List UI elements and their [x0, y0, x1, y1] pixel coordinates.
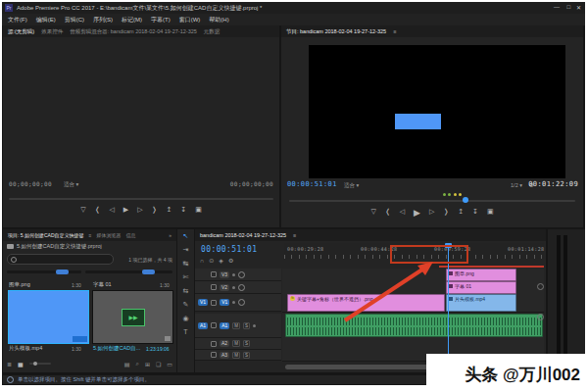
add-marker-icon[interactable]: ▽ [80, 206, 85, 214]
bin-icon[interactable]: ▤ [124, 361, 130, 368]
tab-audio-clip-mixer[interactable]: 音频剪辑混合器: bandicam 2018-02-04 19-27-12-32… [70, 28, 197, 35]
track-badge-a2[interactable]: A2 [220, 340, 229, 347]
menu-marker[interactable]: 标记(M) [122, 16, 142, 24]
panel-menu-icon[interactable]: ≡ [393, 28, 396, 34]
track-badge-a1[interactable]: A1 [220, 322, 229, 329]
find-icon[interactable]: ⌕ [136, 361, 139, 368]
selection-tool[interactable]: ↖ [177, 229, 194, 243]
tab-sequence[interactable]: bandicam 2018-02-04 19-27-12-325 [200, 232, 286, 238]
program-playhead-handle[interactable] [463, 197, 468, 203]
hand-tool[interactable]: ◉ [177, 312, 194, 325]
source-scrubber[interactable] [9, 198, 273, 200]
solo-button[interactable]: S [243, 352, 250, 359]
clip-stamp-png[interactable]: 图章.png [446, 269, 516, 281]
solo-button[interactable]: S [243, 340, 250, 347]
project-hscrollbar[interactable] [85, 270, 172, 273]
track-header-a2[interactable]: A2 M S [195, 338, 281, 350]
timeline-settings-icon[interactable]: ⚙ [228, 257, 233, 264]
play-icon[interactable]: ▶ [123, 206, 128, 214]
clip-subtitle-01[interactable]: 字幕 01 [446, 281, 516, 294]
track-header-v2[interactable]: V2 [195, 281, 281, 294]
playhead-line[interactable] [448, 247, 449, 363]
program-video-viewer[interactable] [309, 45, 565, 178]
tab-effect-controls[interactable]: 效果控件 [41, 28, 63, 35]
program-scrubber[interactable] [289, 200, 575, 202]
source-patch-video[interactable]: V1 [198, 299, 208, 306]
eye-icon[interactable] [238, 299, 245, 306]
razor-tool[interactable]: ✄ [177, 270, 194, 284]
minimize-button[interactable]: — [554, 4, 560, 10]
lock-icon[interactable] [211, 271, 217, 277]
menu-help[interactable]: 帮助(H) [209, 16, 228, 24]
eye-icon[interactable] [238, 271, 245, 278]
track-badge-v1[interactable]: V1 [220, 299, 229, 306]
mark-out-icon[interactable]: ❭ [152, 206, 158, 214]
sync-lock-icon[interactable] [232, 273, 235, 276]
track-badge-v2[interactable]: V2 [220, 284, 229, 291]
tab-overflow-icon[interactable]: » [169, 232, 172, 238]
tab-metadata[interactable]: 元数据 [204, 28, 220, 35]
tab-source[interactable]: 源:(无剪辑) [8, 28, 34, 35]
close-button[interactable]: ✕ [576, 4, 581, 11]
track-header-a3[interactable]: A3 M S [195, 350, 281, 361]
type-tool[interactable]: T [177, 325, 194, 339]
mute-button[interactable]: M [232, 352, 240, 359]
item-name[interactable]: 字幕 01 [93, 281, 112, 288]
mute-button[interactable]: M [232, 340, 240, 347]
tab-media-browser[interactable]: 媒体浏览器 [96, 232, 121, 238]
new-item-icon[interactable]: ❏ [156, 361, 161, 368]
list-view-icon[interactable]: ≣ [7, 361, 12, 368]
pen-tool[interactable]: ✎ [177, 298, 194, 312]
linked-selection-icon[interactable]: ⊙ [209, 257, 214, 264]
mark-out-icon[interactable]: ❭ [443, 208, 449, 218]
solo-button[interactable]: S [243, 322, 250, 329]
sync-lock-icon[interactable] [232, 286, 235, 289]
lift-icon[interactable]: ↥ [458, 208, 464, 218]
menu-file[interactable]: 文件(F) [8, 16, 27, 24]
clip-opener-mp4[interactable]: 片头模板.mp4 [446, 294, 516, 312]
item-name[interactable]: 片头模板.mp4 [9, 345, 42, 352]
zoom-slider[interactable] [29, 363, 51, 365]
mic-icon[interactable] [253, 324, 256, 327]
step-back-icon[interactable]: ◁ [109, 206, 114, 214]
snap-icon[interactable]: ∩ [200, 258, 204, 264]
step-back-icon[interactable]: ◁ [400, 208, 405, 218]
extract-icon[interactable]: ↧ [472, 208, 478, 218]
delete-icon[interactable]: ▭ [167, 361, 172, 368]
lock-icon[interactable] [211, 322, 217, 328]
step-forward-icon[interactable]: ▷ [137, 206, 142, 214]
track-badge-a3[interactable]: A3 [220, 352, 229, 359]
menu-edit[interactable]: 编辑(E) [36, 16, 56, 24]
export-frame-icon[interactable]: ▣ [195, 206, 202, 214]
ripple-edit-tool[interactable]: ↹ [177, 257, 194, 270]
maximize-button[interactable]: □ [566, 4, 570, 10]
menu-sequence[interactable]: 序列(S) [93, 16, 113, 24]
tab-info[interactable]: 信息 [125, 232, 135, 238]
mute-button[interactable]: M [232, 322, 240, 329]
scrollbar-handle[interactable] [142, 270, 155, 274]
lock-icon[interactable] [211, 341, 217, 347]
item-name[interactable]: 图章.png [9, 281, 30, 288]
slider-handle[interactable] [56, 270, 69, 274]
slip-tool[interactable]: ⇆ [177, 284, 194, 298]
play-icon[interactable]: ▶ [414, 208, 420, 218]
playback-resolution-select[interactable]: 1/2 ▾ [511, 182, 522, 188]
lock-icon[interactable] [211, 300, 217, 306]
vscrollbar-handle-top[interactable] [537, 283, 544, 290]
add-marker-icon[interactable]: ▽ [370, 208, 375, 218]
insert-icon[interactable]: ↥ [166, 206, 172, 214]
mark-in-icon[interactable]: ❬ [95, 206, 101, 214]
source-patch-audio[interactable]: A1 [198, 322, 208, 329]
overwrite-icon[interactable]: ↧ [180, 206, 186, 214]
item-thumbnail-selected[interactable] [8, 290, 89, 344]
lock-icon[interactable] [211, 284, 217, 290]
thumbnail-size-slider[interactable] [7, 270, 81, 273]
export-frame-icon[interactable]: ▣ [487, 208, 494, 218]
track-badge-v3[interactable]: V3 [220, 271, 229, 278]
new-bin-icon[interactable]: ⊞ [145, 361, 150, 368]
vscrollbar-handle-bottom[interactable] [537, 314, 544, 320]
panel-menu-icon[interactable]: ≡ [89, 232, 92, 238]
track-header-v1[interactable]: V1 V1 [195, 294, 281, 312]
menu-clip[interactable]: 剪辑(C) [65, 16, 84, 24]
track-header-a1[interactable]: A1 A1 M S [195, 314, 281, 338]
